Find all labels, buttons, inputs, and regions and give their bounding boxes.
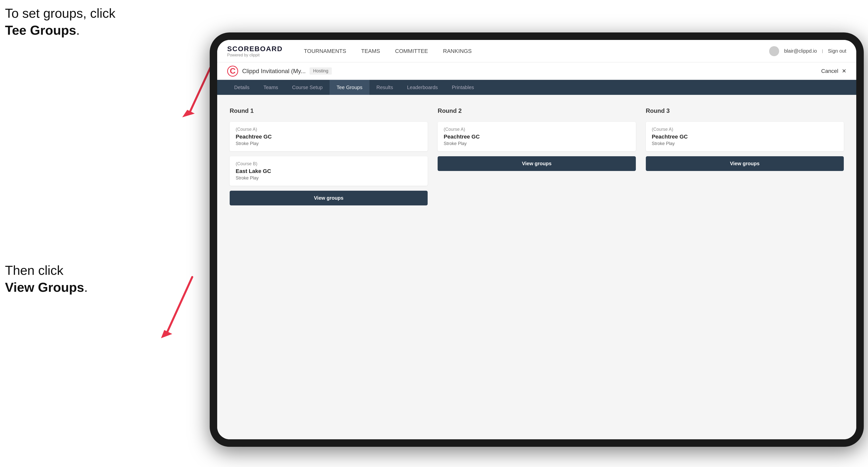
tab-course-setup[interactable]: Course Setup: [285, 80, 330, 95]
cancel-label: Cancel: [821, 68, 838, 74]
round-2-course-a-card: (Course A) Peachtree GC Stroke Play: [438, 122, 636, 151]
tournament-name: Clippd Invitational (My...: [242, 68, 306, 74]
round-1-course-b-card: (Course B) East Lake GC Stroke Play: [230, 156, 428, 186]
round-2-column: Round 2 (Course A) Peachtree GC Stroke P…: [438, 107, 636, 206]
svg-marker-1: [182, 110, 195, 117]
top-nav: SCOREBOARD Powered by clippit TOURNAMENT…: [217, 40, 856, 62]
tournament-logo-letter: C: [230, 66, 236, 75]
round-3-column: Round 3 (Course A) Peachtree GC Stroke P…: [646, 107, 844, 206]
tournament-title-area: C Clippd Invitational (My... Hosting: [227, 66, 332, 76]
instruction-bottom-line2-bold: View Groups: [5, 280, 84, 294]
round-3-course-a-card: (Course A) Peachtree GC Stroke Play: [646, 122, 844, 151]
round-2-course-a-label: (Course A): [444, 127, 629, 132]
nav-links: TOURNAMENTS TEAMS COMMITTEE RANKINGS: [303, 48, 754, 54]
tab-teams[interactable]: Teams: [256, 80, 285, 95]
logo-area: SCOREBOARD Powered by clippit: [227, 45, 283, 57]
svg-line-2: [167, 277, 192, 332]
round-1-view-groups-button[interactable]: View groups: [230, 191, 428, 206]
arrow-to-view-groups: [137, 272, 217, 342]
instruction-top-line1: To set groups, click: [5, 6, 115, 21]
round-1-course-a-card: (Course A) Peachtree GC Stroke Play: [230, 122, 428, 151]
tab-results[interactable]: Results: [369, 80, 400, 95]
tablet-device: SCOREBOARD Powered by clippit TOURNAMENT…: [210, 32, 864, 447]
logo-sub: Powered by clippit: [227, 53, 283, 57]
nav-committee[interactable]: COMMITTEE: [394, 48, 429, 54]
user-email: blair@clippd.io: [784, 48, 817, 54]
round-2-title: Round 2: [438, 107, 636, 114]
logo-text: SCOREBOARD: [227, 45, 283, 53]
nav-right: blair@clippd.io | Sign out: [769, 46, 846, 56]
rounds-grid: Round 1 (Course A) Peachtree GC Stroke P…: [230, 107, 844, 206]
round-2-course-a-format: Stroke Play: [444, 141, 629, 146]
tournament-bar: C Clippd Invitational (My... Hosting Can…: [217, 62, 856, 80]
instruction-bottom-suffix: .: [84, 280, 88, 294]
round-1-course-a-name: Peachtree GC: [236, 133, 422, 140]
instruction-top-line2-bold: Tee Groups: [5, 23, 76, 37]
tab-details[interactable]: Details: [227, 80, 256, 95]
tab-tee-groups[interactable]: Tee Groups: [330, 80, 369, 95]
tab-leaderboards[interactable]: Leaderboards: [400, 80, 444, 95]
instruction-bottom-line1: Then click: [5, 263, 63, 278]
cancel-x-icon: ✕: [842, 68, 846, 74]
round-1-column: Round 1 (Course A) Peachtree GC Stroke P…: [230, 107, 428, 206]
round-2-course-a-name: Peachtree GC: [444, 133, 629, 140]
round-1-course-b-format: Stroke Play: [236, 176, 422, 181]
round-1-course-b-label: (Course B): [236, 161, 422, 166]
instruction-bottom: Then click View Groups.: [5, 262, 88, 296]
tournament-logo: C: [227, 66, 238, 76]
round-1-title: Round 1: [230, 107, 428, 114]
tab-printables[interactable]: Printables: [445, 80, 481, 95]
round-1-course-a-label: (Course A): [236, 127, 422, 132]
main-content: Round 1 (Course A) Peachtree GC Stroke P…: [217, 95, 856, 439]
round-1-course-a-format: Stroke Play: [236, 141, 422, 146]
user-avatar: [769, 46, 779, 56]
hosting-badge: Hosting: [310, 67, 332, 74]
tab-nav: Details Teams Course Setup Tee Groups Re…: [217, 80, 856, 95]
nav-rankings[interactable]: RANKINGS: [442, 48, 473, 54]
svg-marker-3: [161, 330, 172, 338]
round-2-view-groups-button[interactable]: View groups: [438, 156, 636, 171]
tablet-screen: SCOREBOARD Powered by clippit TOURNAMENT…: [217, 40, 856, 439]
instruction-top: To set groups, click Tee Groups.: [5, 5, 115, 39]
round-1-course-b-name: East Lake GC: [236, 168, 422, 175]
logo-scoreboard: SCOREBOARD: [227, 45, 283, 53]
round-3-course-a-format: Stroke Play: [652, 141, 838, 146]
round-3-title: Round 3: [646, 107, 844, 114]
round-3-view-groups-button[interactable]: View groups: [646, 156, 844, 171]
sign-out-link[interactable]: Sign out: [828, 48, 846, 54]
nav-teams[interactable]: TEAMS: [360, 48, 381, 54]
round-3-course-a-label: (Course A): [652, 127, 838, 132]
instruction-top-suffix: .: [76, 23, 80, 37]
round-3-course-a-name: Peachtree GC: [652, 133, 838, 140]
nav-tournaments[interactable]: TOURNAMENTS: [303, 48, 347, 54]
cancel-button[interactable]: Cancel ✕: [821, 68, 846, 74]
